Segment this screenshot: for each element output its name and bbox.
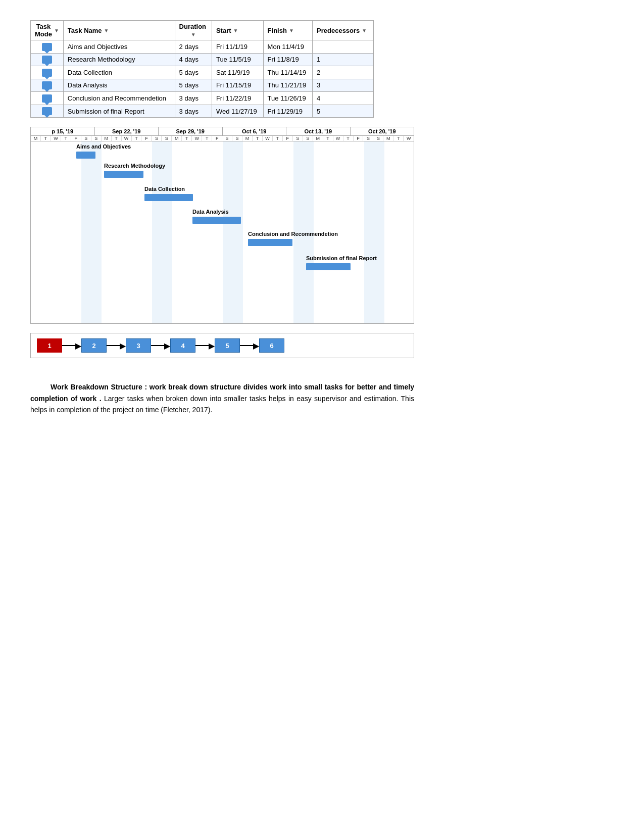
task-mode-icon [42,94,52,103]
chart-task-label: Data Collection [144,186,185,192]
chart-day-cell: F [283,136,293,141]
task-duration-cell: 5 days [175,79,212,92]
table-row: Aims and Objectives 2 days Fri 11/1/19 M… [31,40,374,54]
chart-day-cell: T [112,136,122,141]
chart-day-cell: S [363,136,373,141]
task-duration-cell: 3 days [175,105,212,118]
chart-day-cell: T [393,136,404,141]
chart-day-cell: T [132,136,142,141]
task-mode-cell [31,66,64,79]
chart-day-cell: S [373,136,383,141]
table-row: Data Collection 5 days Sat 11/9/19 Thu 1… [31,66,374,79]
seq-box-3: 3 [126,338,151,353]
chart-day-cell: S [152,136,162,141]
chart-task-bar [248,239,292,246]
task-mode-cell [31,79,64,92]
chart-body: Aims and ObjectivesResearch MethodologyD… [31,141,414,323]
task-name-cell: Aims and Objectives [63,40,175,54]
chart-day-cell: F [141,136,152,141]
seq-connector: ▶ [195,341,215,351]
chart-task-label: Aims and Objectives [76,143,131,150]
task-finish-cell: Thu 11/21/19 [263,79,312,92]
chart-week-row: p 15, '19Sep 22, '19Sep 29, '19Oct 6, '1… [31,127,414,136]
task-pred-cell: 2 [313,66,374,79]
chart-day-cell: T [273,136,283,141]
task-name-cell: Conclusion and Recommendetion [63,92,175,105]
chart-day-cell: T [323,136,333,141]
task-name-cell: Research Methodology [63,53,175,66]
task-finish-cell: Fri 11/29/19 [263,105,312,118]
chart-task-bar [192,217,241,224]
chart-day-cell: F [71,136,81,141]
chart-task-row: Aims and Objectives [31,143,414,158]
chart-day-cell: S [91,136,102,141]
chart-day-cell: W [51,136,61,141]
task-finish-cell: Fri 11/8/19 [263,53,312,66]
task-name-cell: Submission of final Report [63,105,175,118]
chart-day-cell: M [102,136,112,141]
chart-day-cell: M [242,136,253,141]
chart-week-label: p 15, '19 [31,127,95,135]
chart-week-label: Oct 20, '19 [351,127,414,135]
task-start-cell: Sat 11/9/19 [212,66,263,79]
chart-task-label: Submission of final Report [306,255,377,261]
col-header-duration[interactable]: Duration ▼ [175,21,212,40]
chart-day-cell: S [232,136,242,141]
chart-day-cell: W [404,136,414,141]
chart-task-label: Data Analysis [192,209,229,215]
chart-task-bar [144,194,193,201]
task-start-cell: Tue 11/5/19 [212,53,263,66]
chart-day-cell: W [122,136,132,141]
chart-task-bar [76,152,95,159]
col-header-task-name[interactable]: Task Name ▼ [63,21,175,40]
chart-week-label: Sep 22, '19 [95,127,159,135]
task-mode-cell [31,40,64,54]
chart-day-row: MTWTFSSMTWTFSSMTWTFSSMTWTFSSMTWTFSSMTW [31,136,414,141]
chart-day-cell: S [293,136,303,141]
task-finish-cell: Mon 11/4/19 [263,40,312,54]
chart-task-label: Conclusion and Recommendetion [248,231,338,237]
seq-connector: ▶ [151,341,170,351]
chart-task-row: Submission of final Report [31,255,414,269]
task-pred-cell: 4 [313,92,374,105]
col-header-start[interactable]: Start ▼ [212,21,263,40]
seq-box-4: 4 [170,338,195,353]
chart-task-row: Research Methodology [31,163,414,177]
chart-day-cell: T [41,136,51,141]
task-start-cell: Fri 11/1/19 [212,40,263,54]
seq-arrow: ▶ [253,341,259,351]
chart-day-cell: S [222,136,232,141]
col-header-finish[interactable]: Finish ▼ [263,21,312,40]
seq-box-5: 5 [215,338,240,353]
chart-day-cell: W [263,136,273,141]
chart-task-row: Conclusion and Recommendetion [31,231,414,245]
chart-task-bar [306,263,351,270]
seq-box-6: 6 [259,338,284,353]
table-row: Submission of final Report 3 days Wed 11… [31,105,374,118]
task-mode-icon [42,69,52,77]
gantt-chart: p 15, '19Sep 22, '19Sep 29, '19Oct 6, '1… [30,127,414,324]
task-duration-cell: 5 days [175,66,212,79]
chart-day-cell: T [253,136,263,141]
col-header-predecessors[interactable]: Predecessors ▼ [313,21,374,40]
chart-day-cell: F [354,136,364,141]
chart-day-cell: F [212,136,222,141]
task-mode-icon [42,107,52,115]
chart-day-cell: W [333,136,343,141]
chart-day-cell: T [343,136,354,141]
seq-connector: ▶ [62,341,81,351]
col-header-task-mode[interactable]: TaskMode ▼ [31,21,64,40]
task-name-cell: Data Collection [63,66,175,79]
seq-box-2: 2 [81,338,107,353]
chart-task-label: Research Methodology [104,163,165,169]
chart-day-cell: S [162,136,172,141]
task-duration-cell: 2 days [175,40,212,54]
task-start-cell: Wed 11/27/19 [212,105,263,118]
seq-arrow: ▶ [209,341,215,351]
chart-task-row: Data Collection [31,186,414,200]
chart-day-cell: M [313,136,323,141]
task-mode-icon [42,56,52,64]
task-start-cell: Fri 11/15/19 [212,79,263,92]
task-finish-cell: Tue 11/26/19 [263,92,312,105]
task-mode-icon [42,81,52,89]
